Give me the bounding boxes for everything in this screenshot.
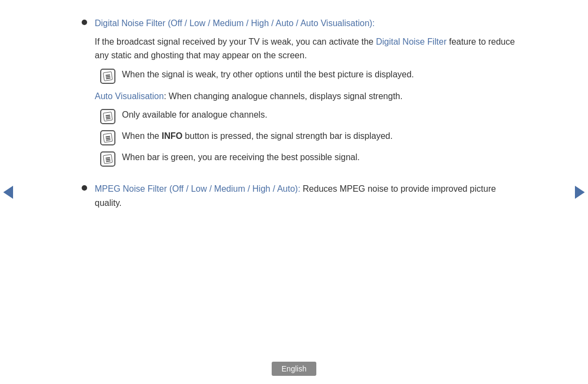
sub-note-text-3: When bar is green, you are receiving the… bbox=[122, 151, 517, 164]
digital-noise-heading: Digital Noise Filter (Off / Low / Medium… bbox=[95, 16, 517, 31]
mpeg-noise-content: MPEG Noise Filter (Off / Low / Medium / … bbox=[95, 182, 517, 214]
info-text-after: button is pressed, the signal strength b… bbox=[182, 131, 393, 141]
digital-noise-body: If the broadcast signal received by your… bbox=[95, 35, 517, 63]
content-area: Digital Noise Filter (Off / Low / Medium… bbox=[49, 0, 539, 356]
nav-arrow-left[interactable] bbox=[0, 179, 16, 206]
list-item-mpeg-noise: MPEG Noise Filter (Off / Low / Medium / … bbox=[82, 182, 517, 214]
page-container: Digital Noise Filter (Off / Low / Medium… bbox=[0, 0, 588, 384]
auto-vis-cont: : When changing analogue channels, displ… bbox=[164, 92, 403, 101]
bottom-bar: English bbox=[0, 356, 588, 384]
sub-note-block-3: When bar is green, you are receiving the… bbox=[95, 151, 517, 167]
info-bold: INFO bbox=[162, 131, 182, 141]
auto-vis-heading: Auto Visualisation bbox=[95, 92, 164, 101]
note-text-1: When the signal is weak, try other optio… bbox=[122, 68, 517, 81]
nav-arrow-right[interactable] bbox=[572, 179, 588, 206]
note-icon-1 bbox=[100, 69, 115, 84]
digital-noise-body-link: Digital Noise Filter bbox=[376, 37, 446, 46]
auto-vis-paragraph: Auto Visualisation: When changing analog… bbox=[95, 89, 517, 103]
right-arrow-icon bbox=[575, 186, 585, 199]
digital-noise-content: Digital Noise Filter (Off / Low / Medium… bbox=[95, 16, 517, 172]
sub-note-block-1: Only available for analogue channels. bbox=[95, 108, 517, 124]
list-item-digital-noise: Digital Noise Filter (Off / Low / Medium… bbox=[82, 16, 517, 172]
sub-note-icon-1 bbox=[100, 109, 115, 124]
mpeg-noise-title: MPEG Noise Filter (Off / Low / Medium / … bbox=[95, 184, 301, 193]
sub-note-text-2: When the INFO button is pressed, the sig… bbox=[122, 130, 517, 143]
main-list: Digital Noise Filter (Off / Low / Medium… bbox=[82, 16, 517, 215]
sub-note-block-2: When the INFO button is pressed, the sig… bbox=[95, 130, 517, 145]
digital-noise-body-text1: If the broadcast signal received by your… bbox=[95, 37, 376, 46]
info-text-before: When the bbox=[122, 131, 162, 141]
sub-note-icon-2 bbox=[100, 130, 115, 145]
note-block-1: When the signal is weak, try other optio… bbox=[95, 68, 517, 84]
bullet-dot-2 bbox=[82, 185, 87, 191]
bullet-dot bbox=[82, 20, 87, 25]
digital-noise-title: Digital Noise Filter (Off / Low / Medium… bbox=[95, 19, 375, 28]
mpeg-noise-heading: MPEG Noise Filter (Off / Low / Medium / … bbox=[95, 182, 517, 210]
sub-note-icon-3 bbox=[100, 151, 115, 167]
sub-note-text-1: Only available for analogue channels. bbox=[122, 108, 517, 121]
left-arrow-icon bbox=[3, 186, 13, 199]
language-button[interactable]: English bbox=[272, 362, 316, 376]
